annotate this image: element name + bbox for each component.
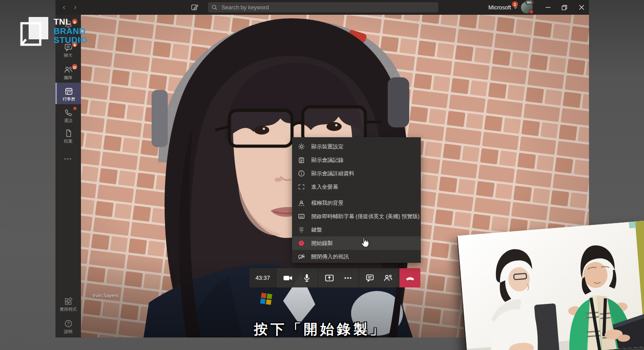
menu-separator bbox=[292, 195, 421, 195]
camera-icon bbox=[283, 274, 292, 283]
info-icon bbox=[298, 170, 305, 177]
sidebar-item-calendar[interactable]: 行事曆 bbox=[55, 83, 81, 104]
sidebar-item-label: 行事曆 bbox=[63, 97, 76, 102]
chat-bubble-icon bbox=[365, 274, 374, 283]
menu-item-start-recording[interactable]: 開始錄製 bbox=[292, 236, 421, 250]
close-button[interactable] bbox=[574, 0, 589, 15]
sidebar: 9 6 聊天 @ bbox=[55, 15, 81, 337]
presence-dot bbox=[529, 9, 534, 14]
menu-item-label: 開始錄製 bbox=[311, 240, 333, 247]
fullscreen-icon bbox=[298, 183, 305, 190]
menu-item-blur-background[interactable]: 模糊我的背景 bbox=[292, 196, 421, 210]
minimize-button[interactable] bbox=[540, 0, 555, 15]
keypad-icon bbox=[298, 226, 305, 233]
notification-badge: 1 bbox=[512, 1, 518, 8]
restore-button[interactable] bbox=[557, 0, 572, 15]
back-button[interactable]: ‹ bbox=[59, 2, 69, 13]
more-options-menu: 顯示裝置設定 顯示會議記錄 bbox=[292, 137, 421, 263]
live-captions-icon: CC bbox=[298, 213, 305, 220]
participants-button[interactable] bbox=[381, 268, 396, 287]
sidebar-item-files[interactable]: 檔案 bbox=[55, 129, 81, 144]
chat-toggle-button[interactable] bbox=[362, 268, 377, 287]
mic-button[interactable] bbox=[299, 268, 314, 287]
more-ellipsis: ••• bbox=[64, 156, 72, 161]
sidebar-item-teams[interactable]: @ 團隊 bbox=[55, 65, 81, 81]
menu-item-label: 關閉傳入的視訊 bbox=[311, 253, 349, 261]
search-field[interactable] bbox=[220, 4, 435, 11]
mouse-cursor bbox=[359, 236, 371, 249]
sidebar-item-label: 應用程式 bbox=[60, 307, 77, 312]
ellipsis-icon bbox=[343, 274, 352, 283]
mic-icon bbox=[302, 274, 311, 283]
more-actions-button[interactable] bbox=[340, 268, 356, 287]
apps-grid-icon bbox=[64, 297, 73, 306]
sidebar-item-apps[interactable]: 應用程式 bbox=[55, 297, 81, 312]
search-input[interactable] bbox=[208, 2, 438, 13]
menu-item-device-settings[interactable]: 顯示裝置設定 bbox=[292, 140, 421, 153]
menu-item-meeting-notes[interactable]: 顯示會議記錄 bbox=[292, 153, 421, 167]
svg-text:CC: CC bbox=[300, 215, 303, 218]
menu-item-live-captions[interactable]: CC 開啟即時輔助字幕 (僅提供英文 (美國) 預覽版) bbox=[292, 210, 421, 223]
sidebar-item-calls[interactable]: 通話 bbox=[55, 108, 81, 124]
camera-button[interactable] bbox=[280, 268, 295, 287]
incoming-video-off-icon bbox=[298, 253, 305, 260]
phone-icon bbox=[64, 108, 73, 117]
forward-button[interactable]: › bbox=[70, 2, 80, 13]
menu-item-label: 模糊我的背景 bbox=[311, 199, 343, 207]
menu-item-label: 進入全螢幕 bbox=[311, 183, 338, 191]
teams-badge: @ bbox=[71, 63, 78, 70]
titlebar: ‹ › Microsoft 1 MS bbox=[55, 0, 589, 15]
menu-item-label: 顯示會議詳細資料 bbox=[311, 170, 354, 177]
hang-up-icon bbox=[405, 274, 415, 283]
avatar-initials-badge: MS bbox=[525, 0, 534, 5]
menu-item-fullscreen[interactable]: 進入全螢幕 bbox=[292, 180, 421, 194]
menu-item-meeting-details[interactable]: 顯示會議詳細資料 bbox=[292, 167, 421, 180]
calendar-icon bbox=[64, 87, 73, 96]
account-label: Microsoft bbox=[488, 4, 511, 11]
menu-item-label: 顯示裝置設定 bbox=[311, 143, 343, 151]
share-screen-button[interactable] bbox=[322, 268, 337, 287]
tnl-brand-studio-watermark: TNL BRAND STUDIO bbox=[20, 16, 87, 46]
tnl-logo-text: TNL BRAND STUDIO bbox=[54, 17, 87, 46]
sidebar-more-button[interactable]: ••• bbox=[55, 156, 81, 161]
file-icon bbox=[64, 129, 73, 138]
menu-item-label: 開啟即時輔助字幕 (僅提供英文 (美國) 預覽版) bbox=[311, 213, 419, 220]
call-control-bar: 43:37 bbox=[250, 268, 420, 287]
menu-item-label: 鍵盤 bbox=[311, 226, 322, 234]
meeting-notes-icon bbox=[298, 156, 305, 164]
blur-background-icon bbox=[298, 199, 305, 207]
sidebar-item-label: 團隊 bbox=[64, 75, 72, 81]
menu-item-turn-off-incoming-video[interactable]: 關閉傳入的視訊 bbox=[292, 250, 421, 263]
search-icon bbox=[212, 4, 217, 10]
subtitle-caption: 按下「開始錄製」 bbox=[0, 320, 640, 339]
record-icon bbox=[298, 240, 305, 247]
call-timer: 43:37 bbox=[250, 268, 276, 287]
sidebar-item-label: 檔案 bbox=[64, 139, 72, 144]
people-icon bbox=[383, 274, 393, 283]
menu-item-label: 顯示會議記錄 bbox=[311, 156, 343, 164]
participant-name-label: Irvin Sayers bbox=[93, 293, 119, 298]
calls-badge-dot bbox=[73, 106, 77, 110]
hang-up-button[interactable] bbox=[399, 268, 420, 287]
menu-item-keypad[interactable]: 鍵盤 bbox=[292, 223, 421, 236]
screen: ‹ › Microsoft 1 MS bbox=[0, 0, 644, 350]
avatar[interactable]: MS bbox=[521, 2, 533, 13]
new-chat-icon[interactable] bbox=[191, 4, 199, 11]
share-screen-icon bbox=[325, 274, 334, 283]
sidebar-item-label: 通話 bbox=[64, 118, 72, 124]
sidebar-item-label: 聊天 bbox=[64, 53, 72, 59]
settings-icon bbox=[298, 143, 305, 150]
tnl-logo-icon bbox=[20, 16, 49, 46]
